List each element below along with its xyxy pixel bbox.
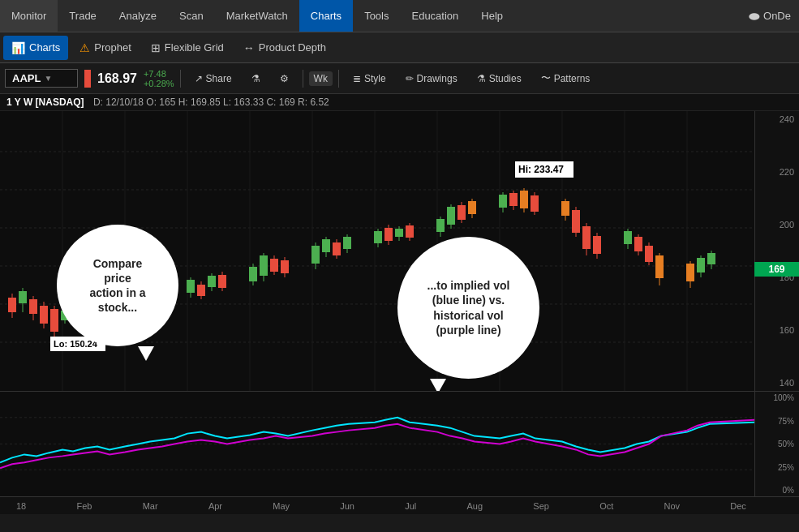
svg-rect-27 [50, 309, 58, 332]
studies-button[interactable]: ⚗ Studies [469, 67, 530, 90]
vol-y-label-25: 25% [757, 463, 797, 472]
vol-chart-svg [0, 392, 754, 496]
svg-rect-97 [593, 236, 601, 254]
svg-rect-111 [707, 253, 715, 264]
svg-rect-101 [634, 237, 642, 251]
nav-monitor[interactable]: Monitor [0, 0, 58, 32]
chart-ohlc: D: 12/10/18 O: 165 H: 169.85 L: 163.33 C… [93, 97, 329, 108]
chart-title: 1 Y W [NASDAQ] [6, 97, 84, 108]
share-icon: ↗ [195, 73, 203, 84]
sub-nav-flexible-grid[interactable]: ⊞ Flexible Grid [143, 36, 232, 60]
svg-rect-25 [40, 306, 48, 324]
vol-y-label-50: 50% [757, 440, 797, 448]
gear-icon: ⚙ [280, 73, 289, 84]
chart-area: 1 Y W [NASDAQ] D: 12/10/18 O: 165 H: 169… [0, 94, 799, 514]
style-icon: ≣ [353, 73, 361, 84]
y-label-240: 240 [757, 114, 797, 124]
y-axis: 240 220 200 180 169 160 140 [754, 111, 799, 391]
top-nav: Monitor Trade Analyze Scan MarketWatch C… [0, 0, 799, 32]
sub-nav-product-depth[interactable]: ↔ Product Depth [235, 36, 334, 60]
depth-icon: ↔ [243, 41, 255, 54]
vol-chart[interactable]: ImpVolatility 0.3647 HistoricalVolatilit… [0, 391, 799, 496]
settings-button[interactable]: ⚙ [272, 67, 297, 90]
patterns-button[interactable]: 〜 Patterns [533, 67, 599, 90]
callout-implied-vol: ...to implied vol (blue line) vs. histor… [397, 237, 539, 379]
svg-rect-105 [655, 255, 664, 278]
style-button[interactable]: ≣ Style [345, 67, 394, 90]
svg-rect-75 [436, 219, 445, 232]
ticker-dropdown-icon[interactable]: ▼ [44, 74, 52, 83]
nav-trade[interactable]: Trade [58, 0, 107, 32]
x-label-mar: Mar [143, 501, 158, 511]
x-labels: 18 Feb Mar Apr May Jun Jul Aug Sep Oct N… [8, 501, 754, 511]
x-label-jul: Jul [405, 501, 416, 511]
svg-rect-77 [447, 207, 455, 225]
vol-y-label-100: 100% [757, 393, 797, 402]
x-label-18: 18 [16, 501, 26, 511]
callout-price-action: Compare price action in a stock... [57, 225, 178, 346]
svg-rect-45 [197, 285, 205, 296]
nav-charts[interactable]: Charts [299, 0, 353, 32]
y-label-160: 160 [757, 325, 797, 335]
svg-rect-71 [395, 229, 403, 237]
svg-rect-89 [531, 195, 539, 212]
sub-nav: 📊 Charts ⚠ Prophet ⊞ Flexible Grid ↔ Pro… [0, 32, 799, 63]
toolbar-sep-1 [180, 70, 181, 88]
current-price-badge: 169 [754, 262, 799, 277]
sub-nav-charts[interactable]: 📊 Charts [3, 36, 68, 60]
svg-rect-49 [218, 275, 226, 288]
svg-rect-109 [697, 258, 705, 272]
price-change: +7.48 +0.28% [144, 69, 174, 88]
svg-rect-81 [468, 201, 476, 214]
price-display: 168.97 [97, 71, 137, 86]
patterns-icon: 〜 [541, 71, 551, 85]
x-label-dec: Dec [730, 501, 746, 511]
charts-icon: 📊 [11, 41, 25, 54]
svg-rect-23 [29, 299, 37, 314]
nav-education[interactable]: Education [400, 0, 470, 32]
nav-scan[interactable]: Scan [168, 0, 215, 32]
x-label-jun: Jun [340, 501, 354, 511]
x-label-sep: Sep [533, 501, 549, 511]
nav-help[interactable]: Help [470, 0, 514, 32]
x-label-nov: Nov [664, 501, 681, 511]
x-label-apr: Apr [208, 501, 222, 511]
period-selector[interactable]: Wk [309, 71, 333, 86]
svg-text:Hi: 233.47: Hi: 233.47 [518, 164, 564, 175]
x-label-oct: Oct [599, 501, 613, 511]
grid-icon: ⊞ [151, 41, 161, 54]
svg-rect-61 [322, 239, 330, 252]
svg-rect-83 [499, 195, 507, 208]
studies-icon: ⚗ [477, 73, 486, 84]
chart-header: 1 Y W [NASDAQ] D: 12/10/18 O: 165 H: 169… [0, 94, 799, 111]
x-label-feb: Feb [76, 501, 92, 511]
svg-rect-53 [260, 255, 268, 276]
flask-button[interactable]: ⚗ [243, 67, 268, 90]
vol-y-label-75: 75% [757, 417, 797, 426]
toolbar-sep-3 [338, 70, 339, 88]
drawings-button[interactable]: ✏ Drawings [397, 67, 466, 90]
svg-rect-99 [624, 231, 632, 244]
prophet-icon: ⚠ [79, 41, 90, 54]
flask-icon: ⚗ [251, 73, 260, 84]
svg-rect-93 [572, 210, 580, 233]
svg-rect-87 [520, 191, 528, 208]
svg-rect-67 [374, 231, 382, 243]
share-button[interactable]: ↗ Share [187, 67, 240, 90]
nav-marketwatch[interactable]: MarketWatch [215, 0, 299, 32]
sub-nav-prophet[interactable]: ⚠ Prophet [71, 36, 140, 60]
svg-rect-19 [8, 298, 16, 312]
y-label-220: 220 [757, 167, 797, 177]
main-chart[interactable]: Hi: 233.47 Lo: 150.24 240 220 200 180 16… [0, 111, 799, 391]
svg-rect-47 [208, 276, 216, 287]
svg-rect-103 [645, 246, 653, 262]
nav-tools[interactable]: Tools [353, 0, 400, 32]
svg-rect-95 [582, 226, 591, 249]
vol-y-axis: 100% 75% 50% 25% 0% [754, 392, 799, 496]
svg-rect-21 [19, 291, 27, 303]
toolbar-sep-2 [303, 70, 303, 88]
x-axis: 18 Feb Mar Apr May Jun Jul Aug Sep Oct N… [0, 496, 799, 514]
ticker-box[interactable]: AAPL ▼ [5, 69, 78, 88]
vol-y-label-0: 0% [757, 486, 797, 495]
nav-analyze[interactable]: Analyze [108, 0, 168, 32]
